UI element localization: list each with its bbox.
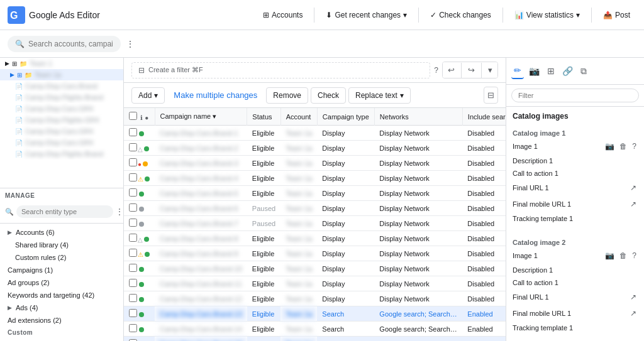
tree-item-5[interactable]: 📄 Camp-Disp-Cars-GR4 <box>0 103 123 114</box>
col-networks-header[interactable]: Networks <box>374 108 462 126</box>
catalog-2-mobilefinal-link[interactable]: ↗ <box>629 308 638 319</box>
table-row[interactable]: Camp-Disp-Cars-Brand-14EligibleTeam 1aSe… <box>124 322 506 337</box>
catalog-2-mobilefinal-label: Final mobile URL 1 <box>513 310 629 317</box>
nav-custom-rules[interactable]: Custom rules (2) <box>0 251 123 264</box>
help-icon[interactable]: ? <box>434 66 438 75</box>
catalog-1-image-delete[interactable]: 🗑 <box>618 141 628 152</box>
table-row[interactable]: ⚠Camp-Disp-Cars-Brand-9EligibleTeam 1aDi… <box>124 246 506 261</box>
check-button[interactable]: Check <box>311 87 346 104</box>
table-row[interactable]: Camp-Disp-Cars-Brand-11EligibleTeam 1aDi… <box>124 276 506 291</box>
tree-item-8[interactable]: 📄 Camp-Disp-Cars-GR4 <box>0 137 123 148</box>
catalog-2-desc-row: Description 1 <box>506 264 644 276</box>
edit-icon-btn[interactable]: ✏ <box>511 63 524 79</box>
col-include-header[interactable]: Include search... <box>462 108 506 126</box>
table-row[interactable]: Camp-Disp-Cars-Brand-5EligibleTeam 1aDis… <box>124 186 506 201</box>
row-checkbox[interactable] <box>129 324 137 332</box>
nav-ad-extensions[interactable]: Ad extensions (2) <box>0 314 123 327</box>
grid-icon-btn[interactable]: ⊞ <box>545 63 557 78</box>
col-account-header[interactable]: Account <box>280 108 317 126</box>
expand-icon-ads: ▶ <box>8 305 12 311</box>
row-checkbox[interactable] <box>129 219 137 227</box>
nav-shared-library[interactable]: Shared library (4) <box>0 239 123 251</box>
row-checkbox[interactable] <box>129 264 137 272</box>
row-checkbox[interactable] <box>129 203 137 212</box>
nav-campaigns[interactable]: Campaigns (1) <box>0 264 123 276</box>
add-button[interactable]: Add ▾ <box>131 87 165 104</box>
catalog-1-finalurl-link[interactable]: ↗ <box>629 182 638 193</box>
row-checkbox[interactable] <box>129 188 137 197</box>
tree-item-4[interactable]: 📄 Camp-Disp-Flights-Brand <box>0 92 123 103</box>
row-checkbox[interactable] <box>129 249 137 257</box>
col-name-header[interactable]: Campaign name ▾ <box>155 108 247 126</box>
col-status-header[interactable]: Status <box>247 108 280 126</box>
table-row[interactable]: △Camp-Disp-Cars-Brand-8EligibleTeam 1aDi… <box>124 231 506 246</box>
redo-button[interactable]: ↪ <box>463 62 480 78</box>
tree-item-3[interactable]: 📄 Camp-Disp-Cars-Brand <box>0 80 123 92</box>
nav-keywords[interactable]: Keywords and targeting (42) <box>0 289 123 301</box>
row-checkbox[interactable] <box>129 234 137 242</box>
nav-ad-groups[interactable]: Ad groups (2) <box>0 276 123 289</box>
copy-icon-btn[interactable]: ⧉ <box>578 63 589 79</box>
search-input[interactable] <box>28 40 113 48</box>
tree-item-6[interactable]: 📄 Camp-Disp-Flights-GR4 <box>0 114 123 126</box>
more-undo-button[interactable]: ▾ <box>483 62 497 78</box>
nav-custom[interactable]: Custom <box>0 327 123 338</box>
table-row[interactable]: Camp-Disp-Cars-Brand-12EligibleTeam 1aDi… <box>124 291 506 306</box>
check-changes-button[interactable]: ✓ Check changes <box>424 7 497 23</box>
columns-button[interactable]: ⊟ <box>484 87 498 104</box>
row-account-cell: Team 1a <box>280 306 317 322</box>
table-row[interactable]: ●Camp-Disp-Cars-Brand-3EligibleTeam 1aDi… <box>124 156 506 171</box>
catalog-2-image-delete[interactable]: 🗑 <box>618 250 628 261</box>
catalog-1-mobilefinal-link[interactable]: ↗ <box>629 198 638 210</box>
catalog-2-image-help[interactable]: ? <box>631 250 638 261</box>
view-stats-button[interactable]: 📊 View statistics ▾ <box>508 7 586 23</box>
catalog-2-finalurl-link[interactable]: ↗ <box>629 291 638 303</box>
select-all-checkbox[interactable] <box>129 112 137 120</box>
filter-area[interactable]: ⊟ Create a filter ⌘F <box>131 62 430 78</box>
undo-button[interactable]: ↩ <box>443 62 460 78</box>
link-icon-btn[interactable]: 🔗 <box>560 63 575 78</box>
table-row[interactable]: Camp-Disp-Cars-Brand-13EligibleTeam 1aSe… <box>124 306 506 322</box>
catalog-1-cta-label: Call to action 1 <box>513 170 638 177</box>
row-checkbox[interactable] <box>129 309 137 317</box>
catalog-1-image-help[interactable]: ? <box>631 141 638 152</box>
make-changes-button[interactable]: Make multiple changes <box>167 87 264 103</box>
more-icon[interactable]: ⋮ <box>116 207 123 216</box>
post-button[interactable]: 📤 Post <box>597 7 636 23</box>
entity-search-input[interactable] <box>16 205 113 218</box>
table-row[interactable]: Camp-Disp-Cars-Brand-6PausedTeam 1aDispl… <box>124 201 506 216</box>
row-checkbox[interactable] <box>129 158 137 166</box>
remove-button[interactable]: Remove <box>266 87 308 104</box>
right-panel-search-input[interactable] <box>511 89 639 102</box>
campaign-label2: Team 1a <box>35 71 61 78</box>
table-row[interactable]: Camp-Disp-Cars-Brand-10EligibleTeam 1aDi… <box>124 261 506 276</box>
table-row[interactable]: △Camp-Disp-Cars-Brand-2EligibleTeam 1aDi… <box>124 141 506 156</box>
catalog-1-image-copy[interactable]: 📷 <box>604 141 616 152</box>
col-type-header[interactable]: Campaign type <box>317 108 374 126</box>
entity-search[interactable]: 🔍 ⋮ <box>0 200 123 224</box>
more-options-icon[interactable]: ⋮ <box>126 39 135 49</box>
row-include-cell: Disabled <box>462 276 506 291</box>
table-row[interactable]: Camp-Disp-Cars-Brand-1EligibleTeam 1aDis… <box>124 126 506 141</box>
accounts-button[interactable]: ⊞ Accounts <box>257 7 309 23</box>
row-checkbox[interactable] <box>129 128 137 136</box>
nav-ads[interactable]: ▶ Ads (4) <box>0 301 123 314</box>
replace-text-button[interactable]: Replace text ▾ <box>348 87 411 104</box>
nav-accounts[interactable]: ▶ Accounts (6) <box>0 226 123 239</box>
table-row[interactable]: ⚠Camp-Disp-Cars-Brand-4EligibleTeam 1aDi… <box>124 171 506 186</box>
row-checkbox[interactable] <box>129 143 137 151</box>
tree-item-2[interactable]: ▶ ⊞ 📁 Team 1a <box>0 69 123 80</box>
row-checkbox[interactable] <box>129 294 137 302</box>
search-box[interactable]: 🔍 <box>8 36 121 52</box>
row-checkbox[interactable] <box>129 173 137 181</box>
table-row[interactable]: Camp-Disp-Cars-Brand-15EligibleTeam 1aSe… <box>124 337 506 342</box>
camera-icon-btn[interactable]: 📷 <box>526 63 542 78</box>
tree-item-1[interactable]: ▶ ⊞ 📁 Team 1 <box>0 58 123 69</box>
tree-item-9[interactable]: 📄 Camp-Disp-Flights-Brand <box>0 148 123 160</box>
table-row[interactable]: Camp-Disp-Cars-Brand-7PausedTeam 1aDispl… <box>124 216 506 231</box>
tree-item-7[interactable]: 📄 Camp-Disp-Cars-GR4 <box>0 126 123 137</box>
row-checkbox[interactable] <box>129 279 137 287</box>
get-recent-button[interactable]: ⬇ Get recent changes ▾ <box>319 7 413 23</box>
folder-icon2: 📁 <box>25 72 32 78</box>
catalog-2-image-copy[interactable]: 📷 <box>604 250 616 261</box>
